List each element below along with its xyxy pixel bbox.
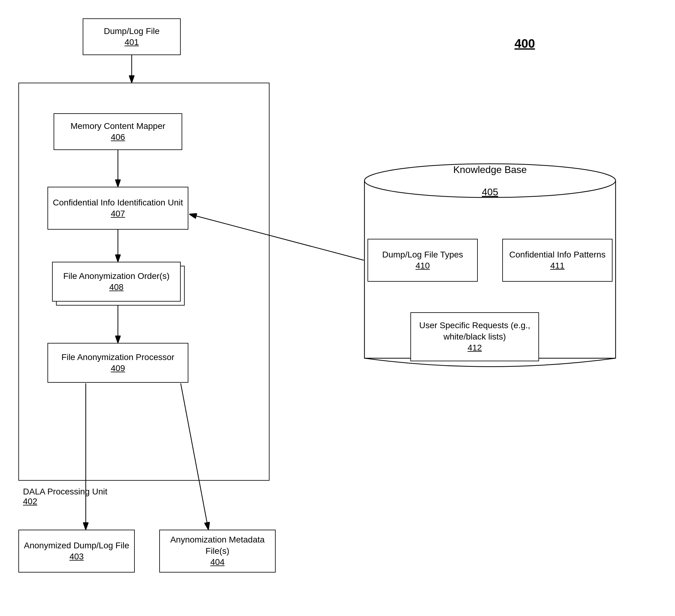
diagram: 400 Dump/Log File 401 DALA Processing Un… [0,0,675,616]
diagram-number: 400 [515,37,535,51]
anon-metadata-box: Anynomization Metadata File(s) 404 [159,530,276,572]
confidential-info-id-box: Confidential Info Identification Unit 40… [48,187,189,230]
file-anon-orders-box: File Anonymization Order(s) 408 [52,262,181,302]
svg-text:405: 405 [482,186,498,198]
file-anon-processor-box: File Anonymization Processor 409 [48,343,189,383]
memory-content-mapper-box: Memory Content Mapper 406 [54,113,182,150]
dump-log-types-box: Dump/Log File Types 410 [368,239,478,282]
user-specific-box: User Specific Requests (e.g., white/blac… [410,312,539,361]
dump-log-file-box: Dump/Log File 401 [83,18,181,55]
anonymized-dump-box: Anonymized Dump/Log File 403 [18,530,135,572]
svg-text:Knowledge Base: Knowledge Base [453,164,527,175]
dala-label: DALA Processing Unit 402 [23,487,107,507]
confidential-patterns-box: Confidential Info Patterns 411 [502,239,612,282]
